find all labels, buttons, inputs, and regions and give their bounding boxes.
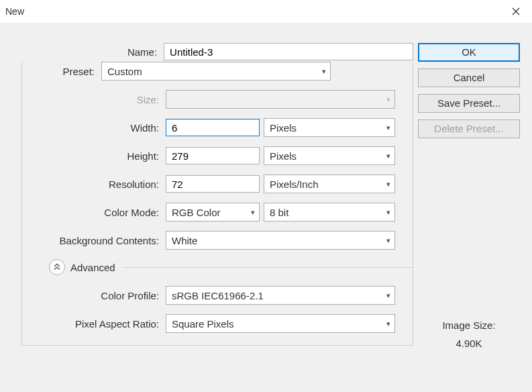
advanced-label: Advanced (70, 262, 115, 273)
row-width: Width: Pixels ▾ (22, 118, 413, 137)
row-size: Size: ▾ (22, 90, 413, 109)
color-mode-dropdown[interactable]: RGB Color ▾ (166, 203, 260, 222)
color-mode-value: RGB Color (172, 207, 221, 218)
chevron-down-icon: ▾ (322, 67, 326, 76)
main-area: Name: Preset: Custom ▾ Size: ▾ (11, 43, 413, 346)
row-color-profile: Color Profile: sRGB IEC61966-2.1 ▾ (22, 286, 413, 305)
image-size-info: Image Size: 4.90K (418, 320, 520, 349)
row-resolution: Resolution: Pixels/Inch ▾ (22, 175, 413, 193)
name-input[interactable] (164, 43, 413, 60)
row-color-mode: Color Mode: RGB Color ▾ 8 bit ▾ (22, 203, 413, 222)
height-unit-value: Pixels (270, 150, 297, 162)
chevron-down-icon: ▾ (386, 95, 390, 104)
advanced-toggle[interactable] (49, 259, 65, 275)
double-chevron-up-icon (53, 263, 61, 271)
preset-value: Custom (107, 66, 142, 77)
bit-depth-dropdown[interactable]: 8 bit ▾ (264, 203, 395, 222)
size-label: Size: (22, 94, 166, 105)
divider (122, 267, 413, 268)
color-profile-label: Color Profile: (22, 290, 166, 301)
chevron-down-icon: ▾ (386, 208, 390, 217)
row-preset: Preset: Custom ▾ (22, 62, 413, 81)
height-label: Height: (22, 150, 166, 162)
bg-contents-dropdown[interactable]: White ▾ (166, 231, 395, 250)
ok-button[interactable]: OK (418, 43, 520, 62)
width-unit-value: Pixels (270, 122, 297, 134)
bit-depth-value: 8 bit (270, 207, 288, 218)
height-unit-dropdown[interactable]: Pixels ▾ (264, 146, 395, 165)
resolution-input[interactable] (166, 175, 260, 193)
height-input[interactable] (166, 147, 260, 164)
chevron-down-icon: ▾ (386, 320, 390, 328)
pixel-aspect-label: Pixel Aspect Ratio: (22, 318, 166, 330)
preset-label: Preset: (22, 66, 101, 77)
cancel-button[interactable]: Cancel (418, 68, 520, 87)
width-input[interactable] (166, 119, 260, 136)
resolution-unit-value: Pixels/Inch (270, 179, 319, 190)
title-bar: New (0, 0, 532, 23)
resolution-label: Resolution: (22, 179, 166, 190)
width-label: Width: (22, 122, 166, 134)
name-label: Name: (11, 46, 164, 58)
size-dropdown: ▾ (166, 90, 395, 109)
chevron-down-icon: ▾ (386, 124, 390, 132)
chevron-down-icon: ▾ (386, 291, 390, 300)
image-size-value: 4.90K (418, 338, 520, 349)
side-area: OK Cancel Save Preset... Delete Preset..… (418, 43, 520, 349)
row-pixel-aspect: Pixel Aspect Ratio: Square Pixels ▾ (22, 314, 413, 333)
dialog-body: Name: Preset: Custom ▾ Size: ▾ (0, 23, 532, 392)
pixel-aspect-dropdown[interactable]: Square Pixels ▾ (166, 314, 395, 333)
color-profile-dropdown[interactable]: sRGB IEC61966-2.1 ▾ (166, 286, 395, 305)
chevron-down-icon: ▾ (386, 152, 390, 160)
preset-dropdown[interactable]: Custom ▾ (101, 62, 331, 81)
advanced-header: Advanced (22, 259, 413, 275)
chevron-down-icon: ▾ (386, 236, 390, 245)
window-title: New (5, 6, 24, 17)
delete-preset-button: Delete Preset... (418, 119, 520, 138)
bg-contents-value: White (172, 235, 197, 246)
width-unit-dropdown[interactable]: Pixels ▾ (264, 118, 395, 137)
color-mode-label: Color Mode: (22, 207, 166, 218)
resolution-unit-dropdown[interactable]: Pixels/Inch ▾ (264, 175, 395, 193)
save-preset-button[interactable]: Save Preset... (418, 94, 520, 113)
chevron-down-icon: ▾ (251, 208, 255, 217)
close-icon (512, 7, 520, 15)
row-height: Height: Pixels ▾ (22, 146, 413, 165)
pixel-aspect-value: Square Pixels (172, 318, 234, 330)
row-name: Name: (11, 43, 413, 60)
image-size-label: Image Size: (418, 320, 520, 331)
chevron-down-icon: ▾ (386, 180, 390, 189)
color-profile-value: sRGB IEC61966-2.1 (172, 290, 264, 301)
row-bg-contents: Background Contents: White ▾ (22, 231, 413, 250)
close-button[interactable] (507, 2, 525, 21)
bg-contents-label: Background Contents: (22, 235, 166, 246)
